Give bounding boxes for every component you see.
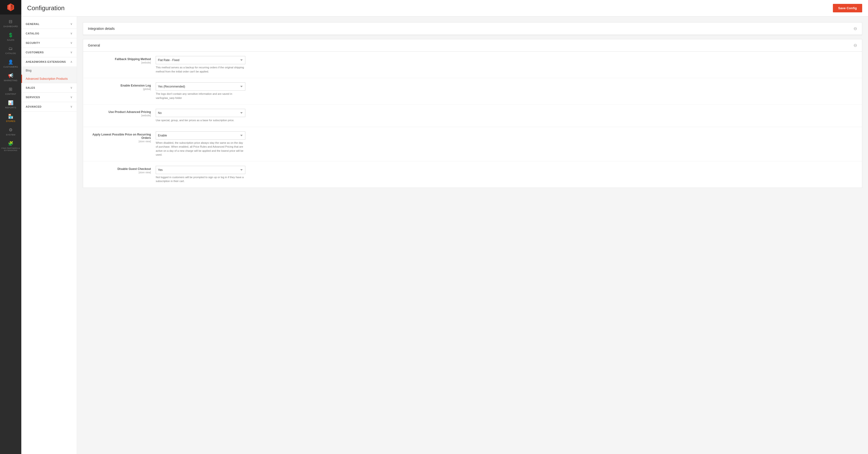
advanced-pricing-select[interactable]: No Yes	[156, 109, 245, 117]
sales-icon: 💲	[8, 32, 13, 38]
section-collapse-icon: ⊖	[854, 42, 857, 48]
nav-section-header-sales[interactable]: SALES ∨	[21, 83, 77, 92]
config-label-disable-guest: Disable Guest Checkout [store view]	[88, 166, 156, 174]
config-control-lowest-price: Enable Disable When disabled, the subscr…	[156, 131, 857, 157]
integration-section-title: Integration details	[88, 27, 115, 31]
marketing-icon: 📢	[8, 73, 13, 78]
chevron-down-icon: ∨	[70, 41, 73, 45]
chevron-down-icon: ∨	[70, 95, 73, 99]
nav-section-header-general[interactable]: GENERAL ∨	[21, 19, 77, 29]
label-scope: [website]	[88, 61, 151, 64]
general-section-body: Fallback Shipping Method [website] Flat …	[83, 52, 862, 188]
nav-section-label: CATALOG	[26, 32, 39, 35]
integration-section: Integration details ⊖	[83, 22, 862, 35]
nav-section-header-aheadworks[interactable]: AHEADWORKS EXTENSIONS ∧	[21, 57, 77, 66]
chevron-down-icon: ∨	[70, 86, 73, 89]
sidebar-item-extensions[interactable]: 🧩 FIND PARTNERS & EXTENSIONS	[0, 138, 21, 154]
sidebar: ⊟ DASHBOARD 💲 SALES 🗂 CATALOG 👤 CUSTOMER…	[0, 0, 21, 454]
sidebar-item-content[interactable]: ⊞ CONTENT	[0, 84, 21, 98]
fallback-shipping-select[interactable]: Flat Rate - Fixed Free Shipping Table Ra…	[156, 56, 245, 64]
label-text: Use Product Advanced Pricing	[88, 110, 151, 114]
nav-section-header-security[interactable]: SECURITY ∨	[21, 38, 77, 48]
label-scope: [store view]	[88, 171, 151, 174]
sidebar-item-customers[interactable]: 👤 CUSTOMERS	[0, 57, 21, 70]
config-control-disable-guest: Yes No Not logged in customers will be p…	[156, 166, 857, 183]
sidebar-item-reports[interactable]: 📊 REPORTS	[0, 98, 21, 111]
sidebar-item-label: SYSTEM	[6, 134, 16, 136]
config-label-advanced-pricing: Use Product Advanced Pricing [website]	[88, 109, 156, 117]
sidebar-item-system[interactable]: ⚙ SYSTEM	[0, 125, 21, 138]
chevron-down-icon: ∨	[70, 22, 73, 26]
label-scope: [global]	[88, 88, 151, 90]
nav-section-advanced: ADVANCED ∨	[21, 102, 77, 112]
nav-section-label: ADVANCED	[26, 105, 42, 108]
sidebar-item-label: CONTENT	[5, 93, 16, 95]
stores-icon: 🏪	[8, 114, 13, 119]
label-text: Enable Extension Log	[88, 84, 151, 87]
config-control-enable-log: Yes (Recommended) No The logs don't cont…	[156, 82, 857, 100]
sidebar-item-catalog[interactable]: 🗂 CATALOG	[0, 44, 21, 57]
config-row-lowest-price: Apply Lowest Possible Price on Recurring…	[83, 127, 862, 162]
config-hint-enable-log: The logs don't contain any sensitive inf…	[156, 92, 245, 100]
sidebar-item-label: DASHBOARD	[3, 25, 18, 28]
catalog-icon: 🗂	[8, 46, 13, 51]
sidebar-item-label: FIND PARTNERS & EXTENSIONS	[1, 147, 20, 151]
config-row-fallback-shipping: Fallback Shipping Method [website] Flat …	[83, 52, 862, 78]
nav-section-aheadworks: AHEADWORKS EXTENSIONS ∧ Blog Advanced Su…	[21, 57, 77, 83]
config-hint-fallback-shipping: This method serves as a backup for recur…	[156, 65, 245, 74]
lowest-price-select[interactable]: Enable Disable	[156, 131, 245, 140]
nav-section-label: GENERAL	[26, 23, 39, 25]
sidebar-item-label: REPORTS	[5, 106, 16, 109]
config-hint-lowest-price: When disabled, the subscription price al…	[156, 141, 245, 157]
page-title: Configuration	[27, 4, 833, 12]
nav-section-security: SECURITY ∨	[21, 38, 77, 48]
reports-icon: 📊	[8, 100, 13, 106]
sidebar-item-stores[interactable]: 🏪 STORES	[0, 111, 21, 125]
config-row-disable-guest: Disable Guest Checkout [store view] Yes …	[83, 162, 862, 188]
integration-section-header[interactable]: Integration details ⊖	[83, 23, 862, 35]
label-text: Apply Lowest Possible Price on Recurring…	[88, 133, 151, 140]
chevron-down-icon: ∨	[70, 51, 73, 54]
config-hint-disable-guest: Not logged in customers will be prompted…	[156, 175, 245, 183]
right-panel: Integration details ⊖ General ⊖ Fallback…	[77, 17, 868, 454]
label-text: Fallback Shipping Method	[88, 57, 151, 61]
chevron-down-icon: ∨	[70, 32, 73, 35]
label-scope: [store view]	[88, 140, 151, 143]
nav-section-catalog: CATALOG ∨	[21, 29, 77, 38]
nav-section-general: GENERAL ∨	[21, 19, 77, 29]
sidebar-item-sales[interactable]: 💲 SALES	[0, 30, 21, 44]
config-label-enable-log: Enable Extension Log [global]	[88, 82, 156, 90]
config-control-fallback-shipping: Flat Rate - Fixed Free Shipping Table Ra…	[156, 56, 857, 74]
nav-section-header-catalog[interactable]: CATALOG ∨	[21, 29, 77, 38]
label-scope: [website]	[88, 114, 151, 117]
nav-section-customers: CUSTOMERS ∨	[21, 48, 77, 57]
sidebar-item-dashboard[interactable]: ⊟ DASHBOARD	[0, 17, 21, 30]
nav-section-services: SERVICES ∨	[21, 93, 77, 102]
nav-section-header-services[interactable]: SERVICES ∨	[21, 93, 77, 102]
nav-section-label: AHEADWORKS EXTENSIONS	[26, 60, 66, 63]
config-label-lowest-price: Apply Lowest Possible Price on Recurring…	[88, 131, 156, 143]
disable-guest-select[interactable]: Yes No	[156, 166, 245, 174]
nav-section-label: CUSTOMERS	[26, 51, 44, 54]
customers-icon: 👤	[8, 59, 13, 65]
logo[interactable]	[0, 0, 21, 15]
left-nav: GENERAL ∨ CATALOG ∨ SECURITY ∨	[21, 17, 77, 454]
general-section-title: General	[88, 44, 100, 47]
config-row-enable-log: Enable Extension Log [global] Yes (Recom…	[83, 78, 862, 105]
general-config-section-header[interactable]: General ⊖	[83, 39, 862, 52]
nav-section-header-customers[interactable]: CUSTOMERS ∨	[21, 48, 77, 57]
sidebar-item-marketing[interactable]: 📢 MARKETING	[0, 70, 21, 84]
chevron-up-icon: ∧	[70, 60, 73, 63]
save-config-button[interactable]: Save Config	[833, 4, 862, 12]
topbar: Configuration Save Config	[21, 0, 868, 17]
sidebar-item-label: SALES	[7, 39, 14, 41]
nav-section-sales: SALES ∨	[21, 83, 77, 93]
nav-section-header-advanced[interactable]: ADVANCED ∨	[21, 102, 77, 111]
sidebar-item-label: CATALOG	[5, 52, 16, 55]
nav-section-label: SECURITY	[26, 41, 40, 45]
enable-extension-log-select[interactable]: Yes (Recommended) No	[156, 82, 245, 91]
sidebar-item-label: CUSTOMERS	[3, 66, 18, 68]
nav-sub-item-advanced-subscription[interactable]: Advanced Subscription Products	[21, 75, 77, 83]
nav-section-label: SALES	[26, 86, 35, 89]
nav-sub-item-blog[interactable]: Blog	[21, 66, 77, 75]
